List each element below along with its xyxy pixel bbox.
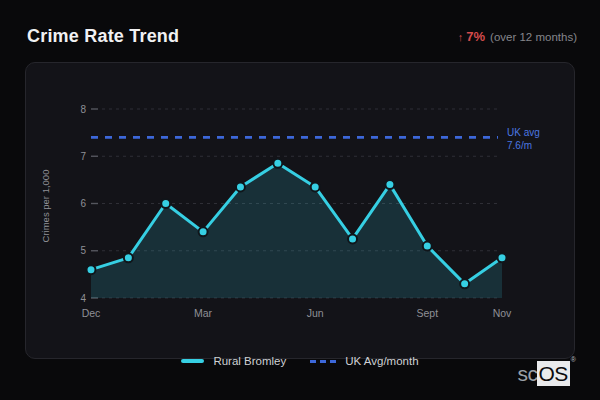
- data-point[interactable]: [385, 180, 394, 189]
- chart-card: 87654Crimes per 1,000UK avg7.6/mDecMarJu…: [25, 62, 575, 359]
- legend-solid-line-swatch: [181, 359, 204, 363]
- legend-label: UK Avg/month: [345, 355, 418, 367]
- data-point[interactable]: [273, 159, 282, 168]
- y-tick-label: 5: [80, 245, 86, 256]
- data-point[interactable]: [236, 182, 245, 191]
- x-tick-label: Nov: [493, 307, 512, 319]
- trend-percent: 7%: [466, 29, 485, 44]
- data-point[interactable]: [423, 242, 432, 251]
- y-axis-title: Crimes per 1,000: [40, 170, 51, 243]
- trend-up-arrow-icon: ↑: [458, 31, 464, 43]
- x-tick-label: Jun: [307, 307, 324, 319]
- x-tick-label: Mar: [194, 307, 213, 319]
- legend-label: Rural Bromley: [213, 355, 286, 367]
- y-tick-label: 4: [80, 293, 86, 304]
- legend-dashed-line-swatch: [310, 360, 336, 363]
- uk-avg-label-line1: UK avg: [507, 127, 540, 138]
- chart-legend: Rural Bromley UK Avg/month: [25, 353, 575, 369]
- data-point[interactable]: [161, 199, 170, 208]
- data-point[interactable]: [460, 279, 469, 288]
- data-point[interactable]: [311, 182, 320, 191]
- scos-logo: scOS®: [517, 356, 576, 386]
- y-tick-label: 8: [80, 104, 86, 115]
- trend-note: (over 12 months): [490, 31, 577, 43]
- trend-badge: ↑7% (over 12 months): [458, 29, 577, 44]
- crime-dashboard-page: Crime Rate Trend ↑7% (over 12 months) 87…: [0, 0, 600, 400]
- header: Crime Rate Trend ↑7% (over 12 months): [27, 24, 577, 48]
- page-title: Crime Rate Trend: [27, 26, 179, 47]
- legend-item-uk-avg[interactable]: UK Avg/month: [310, 355, 418, 367]
- data-point[interactable]: [199, 227, 208, 236]
- crime-trend-chart: 87654Crimes per 1,000UK avg7.6/mDecMarJu…: [26, 63, 576, 360]
- data-point[interactable]: [124, 253, 133, 262]
- area-fill: [91, 163, 502, 298]
- x-tick-label: Sept: [416, 307, 438, 319]
- registered-trademark-icon: ®: [571, 356, 576, 363]
- y-tick-label: 7: [80, 151, 86, 162]
- data-point[interactable]: [498, 253, 507, 262]
- uk-avg-label-line2: 7.6/m: [507, 140, 532, 151]
- data-point[interactable]: [348, 234, 357, 243]
- logo-suffix: OS: [537, 361, 569, 386]
- legend-item-rural-bromley[interactable]: Rural Bromley: [181, 355, 286, 367]
- x-tick-label: Dec: [82, 307, 101, 319]
- data-point[interactable]: [87, 265, 96, 274]
- y-tick-label: 6: [80, 198, 86, 209]
- logo-prefix: sc: [517, 363, 537, 386]
